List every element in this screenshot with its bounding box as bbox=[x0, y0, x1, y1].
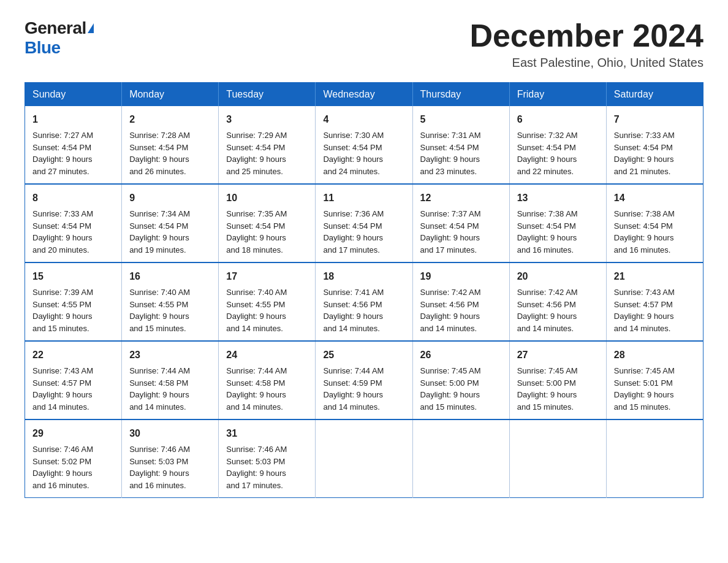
day-number: 8 bbox=[32, 191, 114, 205]
calendar-cell bbox=[316, 419, 412, 498]
calendar-week-4: 22 Sunrise: 7:43 AMSunset: 4:57 PMDaylig… bbox=[25, 341, 703, 419]
calendar-cell: 19 Sunrise: 7:42 AMSunset: 4:56 PMDaylig… bbox=[412, 262, 509, 341]
logo-triangle-icon bbox=[88, 23, 94, 33]
day-number: 24 bbox=[226, 348, 308, 362]
day-info: Sunrise: 7:43 AMSunset: 4:57 PMDaylight:… bbox=[614, 288, 675, 333]
logo-blue-text: Blue bbox=[25, 38, 61, 58]
day-info: Sunrise: 7:40 AMSunset: 4:55 PMDaylight:… bbox=[129, 288, 190, 333]
calendar-cell: 2 Sunrise: 7:28 AMSunset: 4:54 PMDayligh… bbox=[122, 106, 219, 184]
calendar-cell bbox=[509, 419, 606, 498]
calendar-cell bbox=[606, 419, 703, 498]
calendar-cell: 5 Sunrise: 7:31 AMSunset: 4:54 PMDayligh… bbox=[412, 106, 509, 184]
weekday-header-tuesday: Tuesday bbox=[219, 83, 316, 107]
day-number: 6 bbox=[517, 112, 599, 127]
calendar-table: SundayMondayTuesdayWednesdayThursdayFrid… bbox=[25, 82, 703, 498]
day-info: Sunrise: 7:46 AMSunset: 5:02 PMDaylight:… bbox=[32, 445, 93, 490]
day-number: 27 bbox=[517, 348, 599, 362]
day-info: Sunrise: 7:40 AMSunset: 4:55 PMDaylight:… bbox=[226, 288, 287, 333]
calendar-cell: 17 Sunrise: 7:40 AMSunset: 4:55 PMDaylig… bbox=[219, 262, 316, 341]
weekday-header-friday: Friday bbox=[509, 83, 606, 107]
day-number: 1 bbox=[32, 112, 114, 127]
day-info: Sunrise: 7:45 AMSunset: 5:00 PMDaylight:… bbox=[517, 366, 578, 412]
calendar-cell: 3 Sunrise: 7:29 AMSunset: 4:54 PMDayligh… bbox=[219, 106, 316, 184]
day-number: 17 bbox=[226, 269, 308, 284]
day-info: Sunrise: 7:46 AMSunset: 5:03 PMDaylight:… bbox=[129, 445, 190, 490]
calendar-cell: 25 Sunrise: 7:44 AMSunset: 4:59 PMDaylig… bbox=[316, 341, 412, 419]
calendar-cell: 13 Sunrise: 7:38 AMSunset: 4:54 PMDaylig… bbox=[509, 184, 606, 262]
calendar-cell: 14 Sunrise: 7:38 AMSunset: 4:54 PMDaylig… bbox=[606, 184, 703, 262]
calendar-cell: 4 Sunrise: 7:30 AMSunset: 4:54 PMDayligh… bbox=[316, 106, 412, 184]
day-number: 22 bbox=[32, 348, 114, 362]
day-number: 4 bbox=[323, 112, 404, 127]
logo: General Blue bbox=[25, 18, 94, 58]
day-number: 25 bbox=[323, 348, 404, 362]
day-number: 23 bbox=[129, 348, 211, 362]
calendar-cell: 29 Sunrise: 7:46 AMSunset: 5:02 PMDaylig… bbox=[25, 419, 122, 498]
day-number: 10 bbox=[226, 191, 308, 205]
day-info: Sunrise: 7:45 AMSunset: 5:00 PMDaylight:… bbox=[420, 366, 481, 412]
day-number: 31 bbox=[226, 426, 308, 441]
day-info: Sunrise: 7:42 AMSunset: 4:56 PMDaylight:… bbox=[517, 288, 578, 333]
day-number: 9 bbox=[129, 191, 211, 205]
day-info: Sunrise: 7:45 AMSunset: 5:01 PMDaylight:… bbox=[614, 366, 675, 412]
day-info: Sunrise: 7:43 AMSunset: 4:57 PMDaylight:… bbox=[32, 366, 93, 412]
day-info: Sunrise: 7:32 AMSunset: 4:54 PMDaylight:… bbox=[517, 131, 578, 176]
weekday-header-monday: Monday bbox=[122, 83, 219, 107]
page-header: General Blue December 2024 East Palestin… bbox=[25, 18, 703, 70]
calendar-cell: 11 Sunrise: 7:36 AMSunset: 4:54 PMDaylig… bbox=[316, 184, 412, 262]
day-number: 19 bbox=[420, 269, 502, 284]
day-number: 2 bbox=[129, 112, 211, 127]
calendar-cell: 21 Sunrise: 7:43 AMSunset: 4:57 PMDaylig… bbox=[606, 262, 703, 341]
day-number: 12 bbox=[420, 191, 502, 205]
day-number: 11 bbox=[323, 191, 404, 205]
month-title: December 2024 bbox=[469, 18, 703, 53]
calendar-cell: 26 Sunrise: 7:45 AMSunset: 5:00 PMDaylig… bbox=[412, 341, 509, 419]
day-info: Sunrise: 7:44 AMSunset: 4:59 PMDaylight:… bbox=[323, 366, 384, 412]
day-number: 29 bbox=[32, 426, 114, 441]
calendar-week-2: 8 Sunrise: 7:33 AMSunset: 4:54 PMDayligh… bbox=[25, 184, 703, 262]
calendar-cell: 30 Sunrise: 7:46 AMSunset: 5:03 PMDaylig… bbox=[122, 419, 219, 498]
weekday-header-wednesday: Wednesday bbox=[316, 83, 412, 107]
day-number: 15 bbox=[32, 269, 114, 284]
day-info: Sunrise: 7:34 AMSunset: 4:54 PMDaylight:… bbox=[129, 209, 190, 255]
calendar-cell: 20 Sunrise: 7:42 AMSunset: 4:56 PMDaylig… bbox=[509, 262, 606, 341]
day-info: Sunrise: 7:27 AMSunset: 4:54 PMDaylight:… bbox=[32, 131, 93, 176]
day-info: Sunrise: 7:33 AMSunset: 4:54 PMDaylight:… bbox=[614, 131, 675, 176]
day-info: Sunrise: 7:44 AMSunset: 4:58 PMDaylight:… bbox=[226, 366, 287, 412]
day-info: Sunrise: 7:37 AMSunset: 4:54 PMDaylight:… bbox=[420, 209, 481, 255]
day-info: Sunrise: 7:38 AMSunset: 4:54 PMDaylight:… bbox=[614, 209, 675, 255]
logo-general-text: General bbox=[25, 18, 86, 38]
day-number: 18 bbox=[323, 269, 404, 284]
day-info: Sunrise: 7:29 AMSunset: 4:54 PMDaylight:… bbox=[226, 131, 287, 176]
day-info: Sunrise: 7:39 AMSunset: 4:55 PMDaylight:… bbox=[32, 288, 93, 333]
day-number: 14 bbox=[614, 191, 696, 205]
calendar-cell: 7 Sunrise: 7:33 AMSunset: 4:54 PMDayligh… bbox=[606, 106, 703, 184]
calendar-cell: 8 Sunrise: 7:33 AMSunset: 4:54 PMDayligh… bbox=[25, 184, 122, 262]
day-info: Sunrise: 7:31 AMSunset: 4:54 PMDaylight:… bbox=[420, 131, 481, 176]
day-number: 3 bbox=[226, 112, 308, 127]
day-number: 21 bbox=[614, 269, 696, 284]
weekday-header-saturday: Saturday bbox=[606, 83, 703, 107]
calendar-week-5: 29 Sunrise: 7:46 AMSunset: 5:02 PMDaylig… bbox=[25, 419, 703, 498]
day-number: 30 bbox=[129, 426, 211, 441]
calendar-cell: 9 Sunrise: 7:34 AMSunset: 4:54 PMDayligh… bbox=[122, 184, 219, 262]
calendar-cell: 18 Sunrise: 7:41 AMSunset: 4:56 PMDaylig… bbox=[316, 262, 412, 341]
calendar-cell: 15 Sunrise: 7:39 AMSunset: 4:55 PMDaylig… bbox=[25, 262, 122, 341]
calendar-header-row: SundayMondayTuesdayWednesdayThursdayFrid… bbox=[25, 83, 703, 107]
calendar-cell: 6 Sunrise: 7:32 AMSunset: 4:54 PMDayligh… bbox=[509, 106, 606, 184]
calendar-cell: 16 Sunrise: 7:40 AMSunset: 4:55 PMDaylig… bbox=[122, 262, 219, 341]
calendar-cell: 10 Sunrise: 7:35 AMSunset: 4:54 PMDaylig… bbox=[219, 184, 316, 262]
calendar-week-3: 15 Sunrise: 7:39 AMSunset: 4:55 PMDaylig… bbox=[25, 262, 703, 341]
day-info: Sunrise: 7:44 AMSunset: 4:58 PMDaylight:… bbox=[129, 366, 190, 412]
day-number: 16 bbox=[129, 269, 211, 284]
calendar-cell bbox=[412, 419, 509, 498]
day-number: 28 bbox=[614, 348, 696, 362]
title-block: December 2024 East Palestine, Ohio, Unit… bbox=[469, 18, 703, 70]
calendar-cell: 1 Sunrise: 7:27 AMSunset: 4:54 PMDayligh… bbox=[25, 106, 122, 184]
day-info: Sunrise: 7:36 AMSunset: 4:54 PMDaylight:… bbox=[323, 209, 384, 255]
day-number: 13 bbox=[517, 191, 599, 205]
day-number: 20 bbox=[517, 269, 599, 284]
day-info: Sunrise: 7:35 AMSunset: 4:54 PMDaylight:… bbox=[226, 209, 287, 255]
calendar-cell: 23 Sunrise: 7:44 AMSunset: 4:58 PMDaylig… bbox=[122, 341, 219, 419]
calendar-cell: 31 Sunrise: 7:46 AMSunset: 5:03 PMDaylig… bbox=[219, 419, 316, 498]
